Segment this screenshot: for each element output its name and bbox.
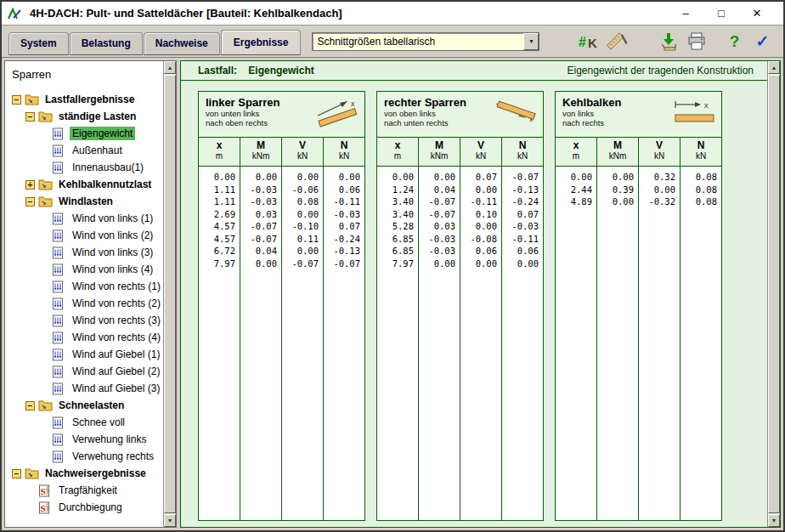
- value-cell: 2.44: [556, 184, 592, 196]
- column-header-row: xmMkNmVkNNkN: [377, 138, 543, 167]
- tree-item-aussenhaut[interactable]: Außenhaut: [10, 142, 163, 159]
- save-button[interactable]: [654, 30, 682, 53]
- tree-item-wind-von-links-4[interactable]: Wind von links (4): [10, 261, 163, 278]
- tab-ergebnisse[interactable]: Ergebnisse: [221, 30, 302, 55]
- tree-item-innenausbau-1[interactable]: Innenausbau(1): [10, 159, 163, 176]
- column-header-n: NkN: [681, 138, 721, 166]
- construction-tools-button[interactable]: [602, 30, 630, 53]
- collapse-toggle-icon[interactable]: −: [12, 95, 21, 105]
- value-cell: 7.97: [377, 258, 414, 270]
- scroll-up-icon[interactable]: ▲: [164, 61, 176, 74]
- column-unit: kN: [460, 151, 501, 161]
- results-scroll-thumb[interactable]: [768, 75, 780, 513]
- confirm-button[interactable]: ✓: [748, 30, 777, 53]
- value-cell: 0.07: [502, 208, 539, 221]
- tree-item-wind-auf-giebel-3[interactable]: Wind auf Giebel (3): [10, 380, 163, 397]
- column-header-x: xm: [199, 138, 240, 166]
- table-header: linker Sparrenvon unten linksnach oben r…: [199, 92, 364, 138]
- load-doc-icon: [52, 212, 66, 225]
- tree-item-eigengewicht[interactable]: Eigengewicht: [10, 125, 163, 142]
- expand-toggle-icon[interactable]: +: [25, 180, 35, 190]
- value-cell: -0.13: [324, 245, 360, 258]
- column-header-n: NkN: [502, 138, 543, 166]
- sidebar-scrollbar[interactable]: ▲ ▼: [163, 61, 176, 527]
- tree-item-wind-von-rechts-1[interactable]: Wind von rechts (1): [10, 278, 163, 295]
- maximize-button[interactable]: □: [703, 7, 739, 20]
- result-view-select[interactable]: Schnittgrößen tabellarisch ▼: [312, 32, 539, 51]
- value-cell: 0.04: [240, 245, 277, 258]
- tab-belastung[interactable]: Belastung: [70, 32, 143, 55]
- tree-item-nachweisergebnisse[interactable]: −Nachweisergebnisse: [10, 465, 163, 482]
- tree-item-label: Wind von links (4): [70, 263, 155, 276]
- tab-nachweise[interactable]: Nachweise: [144, 32, 220, 55]
- value-cell: -0.03: [419, 245, 455, 258]
- tab-system[interactable]: System: [8, 32, 69, 55]
- column-header-m: MkNm: [419, 138, 460, 166]
- column-header-v: VkN: [639, 138, 681, 166]
- tree-item-wind-auf-giebel-2[interactable]: Wind auf Giebel (2): [10, 363, 163, 380]
- tree-item-label: ständige Lasten: [56, 110, 138, 123]
- tree-item-wind-von-rechts-4[interactable]: Wind von rechts (4): [10, 329, 163, 346]
- print-button[interactable]: [682, 30, 710, 53]
- load-doc-icon: [52, 144, 66, 157]
- title-bar: 4H-DACH: Pult- und Satteldächer [Bauteil…: [2, 2, 783, 25]
- tree-item-label: Kehlbalkennutzlast: [56, 178, 154, 191]
- scroll-down-icon[interactable]: ▼: [768, 514, 780, 527]
- module-icon-button[interactable]: # K: [574, 30, 602, 53]
- scroll-down-icon[interactable]: ▼: [164, 514, 176, 527]
- tree-item-wind-von-links-2[interactable]: Wind von links (2): [10, 227, 163, 244]
- value-cell: -0.32: [639, 195, 675, 208]
- value-cell: 5.28: [377, 220, 414, 233]
- scroll-up-icon[interactable]: ▲: [768, 61, 780, 74]
- column-unit: kNm: [240, 151, 281, 161]
- tree-item-label: Schneelasten: [56, 399, 127, 412]
- value-cell: 0.06: [460, 245, 497, 258]
- tree-item-tragfaehigkeit[interactable]: STragfähigkeit: [10, 482, 163, 499]
- value-column-m: 0.00-0.03-0.030.03-0.07-0.070.040.00: [240, 167, 282, 520]
- collapse-toggle-icon[interactable]: −: [25, 197, 35, 207]
- value-cell: -0.03: [324, 208, 360, 221]
- tree-item-verwehung-links[interactable]: Verwehung links: [10, 431, 163, 448]
- close-button[interactable]: ✕: [739, 7, 775, 20]
- collapse-toggle-icon[interactable]: −: [25, 401, 35, 410]
- tree-item-wind-auf-giebel-1[interactable]: Wind auf Giebel (1): [10, 346, 163, 363]
- tree-item-wind-von-rechts-2[interactable]: Wind von rechts (2): [10, 295, 163, 312]
- value-cell: 2.69: [199, 208, 235, 221]
- tree-item-schnee-voll[interactable]: Schnee voll: [10, 414, 163, 431]
- collapse-toggle-icon[interactable]: −: [12, 469, 21, 478]
- result-view-value: Schnittgrößen tabellarisch: [313, 36, 523, 48]
- column-unit: kN: [502, 151, 543, 161]
- tree-item-verwehung-rechts[interactable]: Verwehung rechts: [10, 448, 163, 465]
- tree-item-wind-von-links-1[interactable]: Wind von links (1): [10, 210, 163, 227]
- tree-item-schneelasten[interactable]: −Schneelasten: [10, 397, 163, 414]
- tree-item-kehlbalkennutzlast[interactable]: +Kehlbalkennutzlast: [10, 176, 163, 193]
- load-doc-icon: [52, 348, 66, 361]
- value-cell: 3.40: [377, 208, 414, 221]
- sidebar-scroll-thumb[interactable]: [164, 75, 176, 513]
- value-cell: 0.00: [597, 171, 634, 184]
- value-cell: 0.11: [282, 233, 319, 246]
- tree-item-windlasten[interactable]: −Windlasten: [10, 193, 163, 210]
- value-column-x: 0.001.111.112.694.574.576.727.97: [199, 167, 240, 520]
- dropdown-arrow-icon[interactable]: ▼: [523, 33, 539, 50]
- help-button[interactable]: ?: [720, 30, 748, 53]
- column-header-v: VkN: [460, 138, 502, 166]
- folder-icon: [25, 93, 39, 105]
- sidebar: Sparren −Lastfallergebnisse−ständige Las…: [5, 61, 163, 527]
- minimize-button[interactable]: –: [668, 7, 703, 20]
- svg-text:x: x: [351, 99, 355, 108]
- value-cell: 0.04: [419, 184, 455, 196]
- value-cell: 4.57: [199, 233, 235, 246]
- tree-item-wind-von-rechts-3[interactable]: Wind von rechts (3): [10, 312, 163, 329]
- tree-item-durchbiegung[interactable]: SDurchbiegung: [10, 499, 163, 516]
- collapse-toggle-icon[interactable]: −: [25, 112, 35, 122]
- tree-item-lastfallergebnisse[interactable]: −Lastfallergebnisse: [10, 91, 163, 108]
- tree-item-staendige-lasten[interactable]: −ständige Lasten: [10, 108, 163, 125]
- tree-item-wind-von-links-3[interactable]: Wind von links (3): [10, 244, 163, 261]
- value-column-m: 0.000.04-0.07-0.070.03-0.03-0.030.00: [419, 167, 460, 520]
- folder-icon: [38, 399, 53, 411]
- value-cell: 0.00: [199, 171, 235, 184]
- table-subtitle: nach unten rechts: [384, 118, 466, 127]
- value-cell: 0.00: [460, 184, 497, 196]
- results-scrollbar[interactable]: ▲ ▼: [767, 61, 780, 527]
